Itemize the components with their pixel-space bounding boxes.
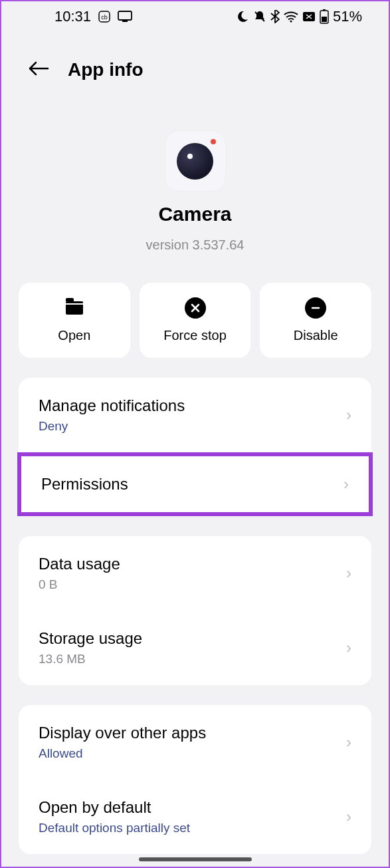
record-dot-icon [211, 139, 216, 144]
header: App info [1, 32, 389, 94]
status-bar: 10:31 cb 51% [1, 1, 389, 32]
svg-text:cb: cb [101, 14, 108, 21]
battery-icon [320, 9, 329, 24]
app-version: version 3.537.64 [146, 237, 244, 253]
manage-notifications-item[interactable]: Manage notifications Deny › [19, 378, 371, 452]
notifications-title: Manage notifications [39, 396, 185, 415]
permissions-title: Permissions [41, 475, 128, 494]
open-label: Open [58, 328, 90, 343]
data-usage-title: Data usage [39, 555, 120, 573]
open-button[interactable]: Open [19, 283, 130, 358]
camera-lens-icon [177, 143, 213, 180]
gesture-bar[interactable] [139, 857, 252, 861]
bell-off-icon [253, 10, 266, 23]
chevron-right-icon: › [346, 406, 351, 424]
close-circle-icon [185, 297, 206, 319]
minus-circle-icon [305, 297, 326, 319]
svg-rect-3 [122, 21, 128, 22]
status-time: 10:31 [54, 8, 91, 25]
open-default-sub: Default options partially set [39, 821, 190, 835]
chevron-right-icon: › [346, 639, 351, 657]
app-name: Camera [158, 203, 231, 225]
permissions-item[interactable]: Permissions › [17, 452, 373, 516]
cast-icon [118, 11, 132, 23]
status-right: 51% [236, 8, 362, 25]
app-section: Camera version 3.537.64 [1, 131, 389, 253]
bluetooth-icon [270, 10, 280, 23]
chevron-right-icon: › [346, 807, 351, 826]
chevron-right-icon: › [346, 733, 351, 752]
force-stop-button[interactable]: Force stop [140, 283, 251, 358]
force-stop-label: Force stop [163, 328, 226, 343]
svg-point-5 [290, 21, 292, 23]
display-over-title: Display over other apps [39, 724, 206, 742]
svg-rect-2 [118, 11, 132, 20]
card-usage: Data usage 0 B › Storage usage 13.6 MB › [19, 536, 371, 685]
chevron-right-icon: › [343, 475, 349, 494]
app-badge-icon: cb [98, 10, 111, 23]
card-notifications-permissions: Manage notifications Deny › Permissions … [19, 378, 371, 516]
data-usage-sub: 0 B [39, 577, 120, 592]
disable-button[interactable]: Disable [260, 283, 371, 358]
data-usage-item[interactable]: Data usage 0 B › [19, 536, 371, 611]
page-title: App info [68, 59, 144, 80]
storage-usage-sub: 13.6 MB [39, 652, 142, 666]
app-icon [165, 131, 225, 191]
disable-label: Disable [294, 328, 338, 343]
open-by-default-item[interactable]: Open by default Default options partiall… [19, 780, 371, 854]
back-arrow-icon[interactable] [28, 59, 49, 81]
battery-percent: 51% [333, 8, 362, 25]
display-over-item[interactable]: Display over other apps Allowed › [19, 705, 371, 780]
data-off-icon [302, 11, 316, 22]
card-defaults: Display over other apps Allowed › Open b… [19, 705, 371, 854]
display-over-sub: Allowed [39, 746, 206, 761]
chevron-right-icon: › [346, 564, 351, 583]
folder-open-icon [64, 297, 85, 319]
wifi-icon [284, 11, 298, 23]
moon-icon [236, 10, 249, 23]
actions-row: Open Force stop Disable [1, 283, 389, 358]
notifications-sub: Deny [39, 419, 185, 434]
svg-rect-9 [322, 17, 327, 22]
storage-usage-item[interactable]: Storage usage 13.6 MB › [19, 611, 371, 685]
storage-usage-title: Storage usage [39, 629, 142, 648]
open-default-title: Open by default [39, 798, 190, 817]
status-left: 10:31 cb [54, 8, 132, 25]
